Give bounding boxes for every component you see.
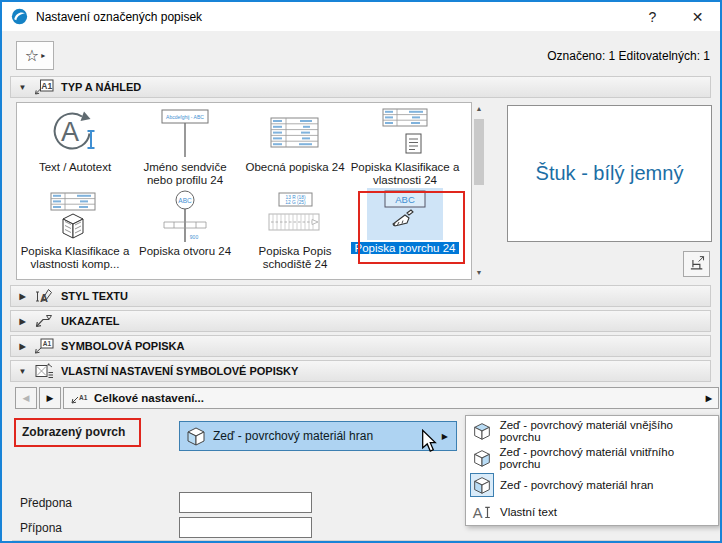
section-label: SYMBOLOVÁ POPISKA (61, 340, 184, 352)
type-item-label: Text / Autotext (39, 161, 111, 174)
wall-edge-cube-icon (471, 474, 493, 496)
chevron-expanded-icon: ▼ (18, 83, 27, 92)
type-list-scrollbar[interactable]: ▲ ▼ (473, 103, 485, 279)
submenu-arrow-icon: ▶ (442, 432, 448, 441)
text-style-icon: A (34, 288, 54, 304)
star-icon: ☆ (25, 48, 39, 64)
surface-preview-pane: Štuk - bílý jemný (507, 105, 712, 242)
section-label: STYL TEXTU (61, 290, 128, 302)
symbol-label-icon: A1 (34, 338, 54, 354)
help-button[interactable]: ? (630, 2, 675, 31)
prefix-label: Předpona (20, 496, 72, 510)
flyout-arrow-icon: ▸ (41, 51, 45, 60)
wall-edge-cube-icon (184, 424, 208, 448)
section-header-text-style[interactable]: ▶ A STYL TEXTU (10, 285, 711, 307)
wall-inner-cube-icon (471, 447, 493, 469)
svg-text:Abcdefghij - ABC: Abcdefghij - ABC (166, 114, 204, 120)
suffix-label: Přípona (20, 521, 62, 535)
type-item-surface-label-selected[interactable]: ABC Popiska povrchu 24 (350, 188, 460, 270)
surface-source-popup-menu: Zeď - povrchový materiál vnějšího povrch… (465, 415, 719, 526)
type-item-label: Jméno sendviče nebo profilu 24 (130, 161, 240, 187)
menu-item-label: Vlastní text (500, 506, 557, 518)
chevron-expanded-icon: ▼ (18, 367, 27, 376)
submenu-arrow-icon: ▶ (706, 394, 712, 403)
prefix-input[interactable] (179, 492, 312, 513)
favorites-button[interactable]: ☆ ▸ (16, 41, 54, 70)
preview-surface-name: Štuk - bílý jemný (536, 162, 684, 185)
section-header-pointer[interactable]: ▶ UKAZATEL (10, 310, 711, 332)
stair-label-icon: 13 R (18) 12 G (25) (266, 192, 324, 242)
menu-item-label: Zeď - povrchový materiál hran (500, 479, 653, 491)
close-button[interactable]: ✕ (675, 2, 720, 31)
svg-text:900: 900 (190, 234, 199, 240)
section-header-type-preview[interactable]: ▼ A1 TYP A NÁHLED (10, 76, 711, 98)
label-settings-dialog: Nastavení označených popisek ? ✕ ☆ ▸ Ozn… (0, 0, 722, 543)
next-page-button[interactable]: ▶ (39, 387, 61, 409)
type-item-opening-label[interactable]: ABC 900 Popiska otvoru 24 (130, 191, 240, 273)
preview-3d-view-button[interactable] (683, 251, 710, 277)
menu-item-custom-text[interactable]: A Vlastní text (466, 498, 718, 525)
menu-item-label: Zeď - povrchový materiál vnitřního povrc… (500, 446, 714, 470)
custom-settings-icon (34, 363, 54, 379)
next-arrow-icon: ▶ (47, 393, 54, 403)
suffix-input[interactable] (179, 517, 312, 538)
displayed-surface-value: Zeď - povrchový materiál hran (213, 429, 373, 443)
svg-text:A1: A1 (43, 340, 52, 347)
sandwich-label-icon: Abcdefghij - ABC (153, 108, 217, 158)
type-item-label: Popiska otvoru 24 (139, 245, 231, 258)
displayed-surface-label: Zobrazený povrch (22, 425, 125, 439)
type-item-sandwich-name[interactable]: Abcdefghij - ABC Jméno sendviče nebo pro… (130, 107, 240, 189)
overall-settings-dropdown[interactable]: A1 Celkové nastavení... ▶ (63, 387, 719, 409)
custom-text-icon: A (471, 501, 493, 523)
selection-status: Označeno: 1 Editovatelných: 1 (547, 49, 710, 63)
menu-item-outer-surface[interactable]: Zeď - povrchový materiál vnějšího povrch… (466, 417, 718, 444)
svg-text:13 R (18): 13 R (18) (286, 195, 306, 200)
section-label: UKAZATEL (61, 315, 119, 327)
scrollbar-track[interactable] (473, 115, 485, 267)
scrollbar-thumb[interactable] (474, 119, 484, 185)
type-item-label-selected: Popiska povrchu 24 (351, 242, 458, 254)
chevron-collapsed-icon: ▶ (18, 342, 27, 351)
svg-text:A1: A1 (79, 394, 88, 401)
svg-text:A1: A1 (41, 81, 52, 91)
type-item-classification-composite[interactable]: Popiska Klasifikace a vlastnosti komp... (20, 191, 130, 273)
bottom-divider (12, 540, 710, 541)
chevron-collapsed-icon: ▶ (18, 292, 27, 301)
classification-properties-icon (379, 108, 431, 158)
svg-text:ABC: ABC (395, 194, 415, 205)
section-header-custom-symbol-settings[interactable]: ▼ VLASTNÍ NASTAVENÍ SYMBOLOVÉ POPISKY (10, 360, 711, 382)
title-bar: Nastavení označených popisek ? ✕ (2, 2, 720, 31)
scroll-down-icon[interactable]: ▼ (476, 267, 483, 279)
section-header-symbol-label[interactable]: ▶ A1 SYMBOLOVÁ POPISKA (10, 335, 711, 357)
displayed-surface-dropdown[interactable]: Zeď - povrchový materiál hran ▶ (179, 421, 457, 451)
type-preview-icon: A1 (34, 79, 54, 95)
pointer-icon (34, 313, 54, 329)
scroll-up-icon[interactable]: ▲ (476, 103, 483, 115)
type-item-label: Obecná popiska 24 (245, 161, 344, 174)
label-type-list: A Text / Autotext Abcdefghij - ABC Jméno… (16, 102, 472, 280)
dialog-title: Nastavení označených popisek (36, 10, 202, 24)
type-item-classification-properties[interactable]: Popiska Klasifikace a vlastnosti 24 (350, 107, 460, 189)
svg-text:12 G (25): 12 G (25) (285, 200, 306, 205)
wall-outer-cube-icon (471, 420, 493, 442)
menu-item-label: Zeď - povrchový materiál vnějšího povrch… (500, 419, 714, 443)
type-item-general-label[interactable]: Obecná popiska 24 (240, 107, 350, 189)
section-label: VLASTNÍ NASTAVENÍ SYMBOLOVÉ POPISKY (61, 365, 298, 377)
svg-text:A: A (473, 504, 483, 520)
svg-text:A: A (61, 117, 79, 147)
svg-text:ABC: ABC (178, 197, 192, 204)
chair-3d-icon (688, 255, 706, 273)
menu-item-edge-surface-selected[interactable]: Zeď - povrchový materiál hran (466, 471, 718, 498)
overall-settings-label: Celkové nastavení... (94, 392, 204, 404)
type-item-text-autotext[interactable]: A Text / Autotext (20, 107, 130, 189)
type-item-label: Popiska Popis schodiště 24 (240, 245, 350, 271)
type-item-label: Popiska Klasifikace a vlastnosti 24 (350, 161, 460, 187)
surface-label-icon: ABC (377, 189, 433, 239)
prev-arrow-icon: ◀ (23, 393, 30, 403)
type-item-label: Popiska Klasifikace a vlastnosti komp... (20, 245, 130, 271)
previous-page-button[interactable]: ◀ (15, 387, 37, 409)
classification-composite-icon (49, 192, 101, 242)
general-label-icon (270, 117, 320, 149)
menu-item-inner-surface[interactable]: Zeď - povrchový materiál vnitřního povrc… (466, 444, 718, 471)
type-item-stair-label[interactable]: 13 R (18) 12 G (25) Popiska Popis schodi… (240, 191, 350, 273)
